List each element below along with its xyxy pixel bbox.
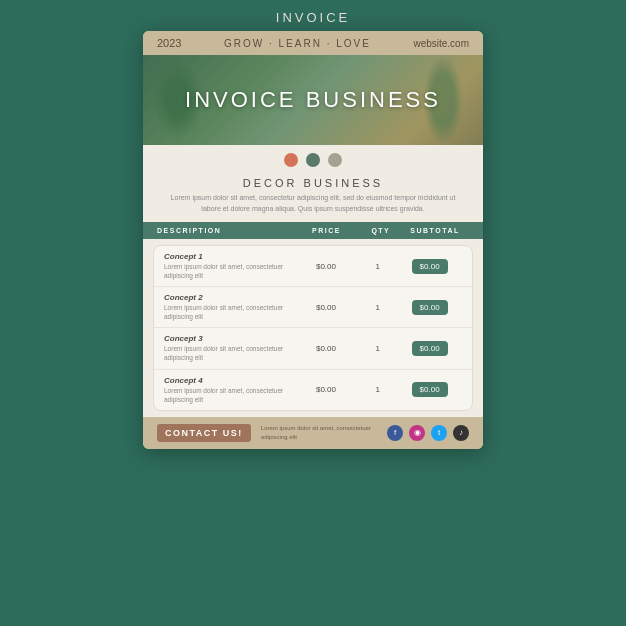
page-title: INVOICE (276, 10, 350, 25)
th-subtotal: SUBTOTAL (401, 227, 469, 234)
item-2-desc: Lorem ipsum dolor sit amet, consectetuer… (164, 303, 294, 321)
item-3-name: Concept 3 (164, 334, 294, 343)
hero-title: INVOICE BUSINESS (185, 87, 441, 113)
item-2-subtotal-badge: $0.00 (412, 300, 448, 315)
color-dots-row (143, 145, 483, 171)
tiktok-icon[interactable]: ♪ (453, 425, 469, 441)
item-1-subtotal-badge: $0.00 (412, 259, 448, 274)
business-title: DECOR BUSINESS (163, 177, 463, 189)
table-row: Concept 3 Lorem ipsum dolor sit amet, co… (154, 328, 472, 369)
item-4-name: Concept 4 (164, 376, 294, 385)
item-1-price: $0.00 (294, 262, 359, 271)
item-2-qty: 1 (358, 303, 397, 312)
th-price: PRICE (293, 227, 361, 234)
color-dot-orange (284, 153, 298, 167)
color-dot-gray (328, 153, 342, 167)
color-dot-green (306, 153, 320, 167)
item-1-desc: Lorem ipsum dolor sit amet, consectetuer… (164, 262, 294, 280)
item-1-info: Concept 1 Lorem ipsum dolor sit amet, co… (164, 252, 294, 280)
item-4-price: $0.00 (294, 385, 359, 394)
item-3-subtotal-badge: $0.00 (412, 341, 448, 356)
item-4-subtotal: $0.00 (397, 382, 462, 397)
item-3-subtotal: $0.00 (397, 341, 462, 356)
facebook-icon[interactable]: f (387, 425, 403, 441)
business-section: DECOR BUSINESS Lorem ipsum dolor sit ame… (143, 171, 483, 222)
header-year: 2023 (157, 37, 181, 49)
header-tagline: GROW · LEARN · LOVE (224, 38, 371, 49)
social-icons-group: f ◉ t ♪ (387, 425, 469, 441)
twitter-icon[interactable]: t (431, 425, 447, 441)
table-row: Concept 2 Lorem ipsum dolor sit amet, co… (154, 287, 472, 328)
item-3-qty: 1 (358, 344, 397, 353)
header-website: website.com (413, 38, 469, 49)
item-4-info: Concept 4 Lorem ipsum dolor sit amet, co… (164, 376, 294, 404)
items-area: Concept 1 Lorem ipsum dolor sit amet, co… (153, 245, 473, 411)
hero-section: INVOICE BUSINESS (143, 55, 483, 145)
item-3-price: $0.00 (294, 344, 359, 353)
table-header: DESCRIPTION PRICE QTY SUBTOTAL (143, 222, 483, 239)
item-2-name: Concept 2 (164, 293, 294, 302)
instagram-icon[interactable]: ◉ (409, 425, 425, 441)
item-2-subtotal: $0.00 (397, 300, 462, 315)
invoice-card: 2023 GROW · LEARN · LOVE website.com INV… (143, 31, 483, 449)
item-1-name: Concept 1 (164, 252, 294, 261)
th-description: DESCRIPTION (157, 227, 293, 234)
item-1-subtotal: $0.00 (397, 259, 462, 274)
item-3-info: Concept 3 Lorem ipsum dolor sit amet, co… (164, 334, 294, 362)
footer-description: Lorem ipsum dolor sit amet, consectetuer… (261, 424, 379, 441)
item-2-info: Concept 2 Lorem ipsum dolor sit amet, co… (164, 293, 294, 321)
th-qty: QTY (360, 227, 401, 234)
contact-label: CONTACT US! (157, 424, 251, 442)
item-4-qty: 1 (358, 385, 397, 394)
item-4-subtotal-badge: $0.00 (412, 382, 448, 397)
header-band: 2023 GROW · LEARN · LOVE website.com (143, 31, 483, 55)
business-description: Lorem ipsum dolor sit amet, consectetur … (163, 193, 463, 214)
footer-band: CONTACT US! Lorem ipsum dolor sit amet, … (143, 417, 483, 449)
item-4-desc: Lorem ipsum dolor sit amet, consectetuer… (164, 386, 294, 404)
item-1-qty: 1 (358, 262, 397, 271)
item-2-price: $0.00 (294, 303, 359, 312)
table-row: Concept 4 Lorem ipsum dolor sit amet, co… (154, 370, 472, 410)
item-3-desc: Lorem ipsum dolor sit amet, consectetuer… (164, 344, 294, 362)
table-row: Concept 1 Lorem ipsum dolor sit amet, co… (154, 246, 472, 287)
